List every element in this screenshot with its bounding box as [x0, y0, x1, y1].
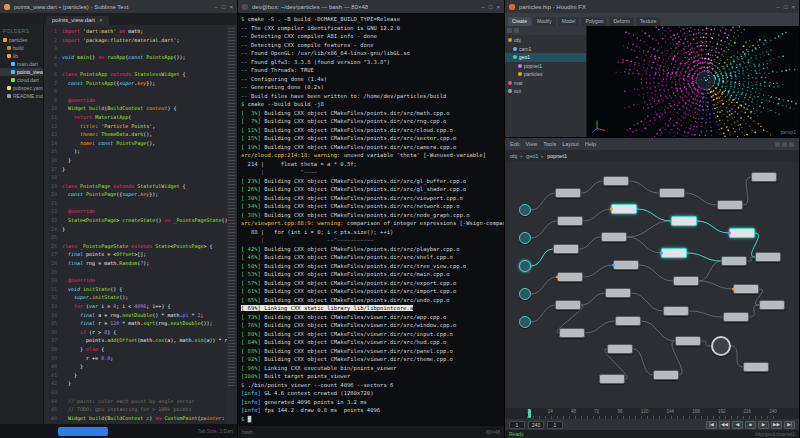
close-icon[interactable]: × [496, 4, 500, 10]
graph-node[interactable] [553, 244, 579, 254]
graph-node[interactable] [743, 362, 769, 372]
graph-node[interactable] [599, 374, 625, 384]
graph-node[interactable] [519, 232, 531, 244]
frame-start-field[interactable]: 1 [509, 421, 525, 429]
current-frame-marker[interactable] [528, 409, 531, 418]
close-icon[interactable]: × [229, 4, 233, 10]
step-back-button[interactable]: ◀◀ [719, 421, 730, 429]
frame-end-field[interactable]: 240 [528, 421, 544, 429]
tree-item[interactable]: out [505, 87, 586, 96]
graph-node[interactable] [605, 288, 631, 298]
play-forward-button[interactable]: ▶ [758, 421, 769, 429]
graph-node[interactable] [607, 344, 633, 354]
filter-icon[interactable] [507, 28, 512, 33]
file-tree-item[interactable]: cloud.dart [0, 76, 43, 84]
minimap[interactable] [227, 25, 237, 424]
graph-node[interactable] [557, 272, 583, 282]
editor-status-badge[interactable] [58, 427, 108, 436]
file-tree-item[interactable]: main.dart [0, 60, 43, 68]
shelf-tab[interactable]: Create [508, 17, 531, 26]
graph-node[interactable] [717, 200, 743, 210]
editor-tab[interactable]: points_view.dart × [46, 16, 109, 25]
pin-icon[interactable] [775, 142, 780, 147]
graph-node[interactable] [663, 306, 689, 316]
graph-node[interactable] [653, 370, 679, 380]
current-frame-field[interactable]: 1 [547, 421, 563, 429]
split-icon[interactable] [782, 142, 787, 147]
graph-node[interactable] [675, 336, 701, 346]
viewport-camera-label[interactable]: persp1 [781, 129, 796, 135]
close-icon[interactable]: × [791, 4, 795, 10]
tree-item[interactable]: geo1 [505, 53, 586, 62]
network-graph[interactable] [505, 162, 799, 408]
file-tree-item[interactable]: pubspec.yaml [0, 84, 43, 92]
maximize-pane-icon[interactable] [789, 142, 794, 147]
graph-node[interactable] [733, 284, 759, 294]
graph-node[interactable] [661, 248, 687, 258]
graph-node[interactable] [555, 188, 581, 198]
tree-item[interactable]: obj [505, 36, 586, 45]
maximize-icon[interactable]: □ [784, 4, 788, 10]
breadcrumb-item[interactable]: geo1 [526, 153, 538, 159]
graph-node[interactable] [759, 300, 785, 310]
shelf-tab[interactable]: Texture [636, 17, 660, 26]
shelf-tab[interactable]: Modify [533, 17, 556, 26]
timeline-ruler[interactable]: 124487296120144168192216240 [505, 408, 799, 419]
code-area[interactable]: 1import 'dart:math' as math;2import 'pac… [44, 25, 227, 424]
go-to-end-button[interactable]: ▶| [784, 421, 795, 429]
graph-node[interactable] [671, 216, 697, 226]
file-tree-item[interactable]: README.md [0, 92, 43, 100]
pane-menu-item[interactable]: Edit [510, 141, 519, 147]
tree-item[interactable]: cam1 [505, 45, 586, 54]
graph-node[interactable] [611, 204, 637, 214]
tab-close-icon[interactable]: × [99, 17, 103, 23]
refresh-icon[interactable] [514, 28, 519, 33]
maximize-icon[interactable]: □ [489, 4, 493, 10]
terminal-body[interactable]: $ cmake -S . -B build -DCMAKE_BUILD_TYPE… [238, 13, 504, 426]
graph-node[interactable] [559, 328, 585, 338]
step-forward-button[interactable]: ▶▶ [771, 421, 782, 429]
pane-menu-item[interactable]: Help [585, 141, 596, 147]
pane-menu-item[interactable]: Layout [562, 141, 579, 147]
go-to-start-button[interactable]: |◀ [706, 421, 717, 429]
file-tree-item[interactable]: points_view.dart [0, 68, 43, 76]
graph-node[interactable] [755, 252, 781, 262]
file-tree-item[interactable]: build [0, 44, 43, 52]
tree-item[interactable]: popnet1 [505, 62, 586, 71]
graph-node[interactable] [519, 288, 531, 300]
shelf-tab[interactable]: Model [558, 17, 580, 26]
graph-node[interactable] [613, 260, 639, 270]
tree-item[interactable]: particles [505, 70, 586, 79]
shelf-tab[interactable]: Polygon [581, 17, 607, 26]
editor-titlebar[interactable]: points_view.dart • (particles) - Sublime… [0, 0, 237, 13]
graph-node[interactable] [519, 316, 531, 328]
minimize-icon[interactable]: – [482, 4, 485, 10]
graph-node[interactable] [659, 188, 685, 198]
pane-menu-item[interactable]: Tools [543, 141, 556, 147]
minimize-icon[interactable]: – [777, 4, 780, 10]
terminal-titlebar[interactable]: dev@box: ~/dev/particles — bash — 80×48 … [238, 0, 504, 13]
graph-node[interactable] [711, 336, 731, 356]
tree-item[interactable]: mat [505, 79, 586, 88]
graph-node[interactable] [555, 300, 581, 310]
graph-node[interactable] [721, 256, 747, 266]
graph-node[interactable] [601, 232, 627, 242]
file-tree-item[interactable]: particles [0, 36, 43, 44]
graph-node[interactable] [729, 228, 755, 238]
file-tree-item[interactable]: lib [0, 52, 43, 60]
play-reverse-button[interactable]: ◀ [732, 421, 743, 429]
stop-button[interactable]: ■ [745, 421, 756, 429]
graph-node[interactable] [519, 204, 531, 216]
maximize-icon[interactable]: □ [222, 4, 226, 10]
houdini-titlebar[interactable]: particles.hip - Houdini FX – □ × [505, 0, 799, 13]
breadcrumb-item[interactable]: popnet1 [547, 153, 567, 159]
graph-node[interactable] [557, 216, 583, 226]
breadcrumb-item[interactable]: obj [510, 153, 517, 159]
graph-node[interactable] [723, 312, 749, 322]
graph-node[interactable] [751, 172, 777, 182]
graph-node[interactable] [673, 276, 699, 286]
viewport-3d[interactable]: persp1 [587, 26, 799, 137]
graph-node[interactable] [615, 316, 641, 326]
pane-menu-item[interactable]: View [525, 141, 537, 147]
shelf-tab[interactable]: Deform [609, 17, 633, 26]
